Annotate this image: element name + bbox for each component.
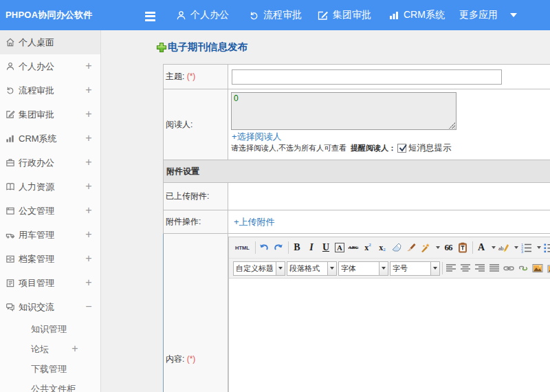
process-icon <box>6 85 15 96</box>
sms-checkbox[interactable] <box>397 144 406 153</box>
font-family-caret[interactable] <box>380 261 388 276</box>
quick-format-icon[interactable] <box>420 242 431 253</box>
sidebar-subitem-public-cabinet[interactable]: 公共文件柜 <box>0 379 100 392</box>
expand-toggle[interactable]: + <box>83 127 94 151</box>
archive-icon <box>6 254 15 264</box>
quick-format-caret[interactable] <box>434 242 441 253</box>
sidebar-item-project-mgmt[interactable]: 项目管理 + <box>0 271 100 295</box>
sidebar-item-crm[interactable]: CRM系统 + <box>0 127 100 151</box>
expand-toggle[interactable]: + <box>69 339 80 359</box>
sidebar-item-process-approval[interactable]: 流程审批 + <box>0 78 100 102</box>
font-family-dropdown[interactable]: 字体 <box>338 261 380 276</box>
nav-label: 更多应用 <box>459 9 498 21</box>
link-icon[interactable] <box>503 263 514 274</box>
remove-format-icon[interactable]: A <box>335 243 344 252</box>
eraser-icon[interactable] <box>391 242 402 253</box>
font-color-icon[interactable]: A <box>476 242 487 253</box>
custom-heading-dropdown[interactable]: 自定义标题 <box>233 261 276 276</box>
font-size-dropdown[interactable]: 字号 <box>390 261 431 276</box>
bold-icon[interactable]: B <box>292 242 302 253</box>
caret-down-icon[interactable] <box>510 13 517 17</box>
process-icon <box>249 10 259 21</box>
paste-text-icon[interactable] <box>457 242 468 253</box>
format-brush-icon[interactable] <box>406 242 417 253</box>
blockquote-icon[interactable]: 66 <box>443 242 454 253</box>
nav-crm-system[interactable]: CRM系统 <box>388 0 445 30</box>
home-icon <box>6 37 15 47</box>
resize-grip[interactable] <box>449 122 455 129</box>
sidebar-item-vehicle-mgmt[interactable]: 用车管理 + <box>0 223 100 247</box>
paragraph-format-dropdown[interactable]: 段落格式 <box>287 261 328 276</box>
underline-icon[interactable]: U <box>320 242 331 253</box>
custom-heading-caret[interactable] <box>276 261 285 276</box>
nav-personal-office[interactable]: 个人办公 <box>176 0 229 30</box>
superscript-icon[interactable]: x2 <box>362 242 373 253</box>
expand-toggle[interactable]: + <box>83 175 94 199</box>
unordered-list-icon[interactable] <box>544 242 550 253</box>
readers-textarea[interactable]: 0 <box>231 92 456 130</box>
subject-row: 主题: (*) <box>164 65 550 89</box>
document-icon <box>6 206 15 216</box>
italic-icon[interactable]: I <box>306 242 317 253</box>
sidebar-subitem-forum[interactable]: 论坛 + <box>0 339 100 359</box>
sidebar-item-document-mgmt[interactable]: 公文管理 + <box>0 199 100 223</box>
paragraph-format-caret[interactable] <box>328 261 337 276</box>
editor-toolbar-row2: 自定义标题 段落格式 字体 字号 <box>229 259 550 279</box>
sidebar-item-hr[interactable]: 人力资源 + <box>0 175 100 199</box>
expand-toggle[interactable]: + <box>83 223 94 247</box>
nav-group-approval[interactable]: 集团审批 <box>318 0 371 30</box>
sidebar-item-group-approval[interactable]: 集团审批 + <box>0 102 100 127</box>
font-size-caret[interactable] <box>431 261 440 276</box>
align-justify-icon[interactable] <box>489 263 500 274</box>
uploaded-label: 已上传附件: <box>164 183 228 210</box>
unlink-icon[interactable] <box>518 263 529 274</box>
subject-label: 主题: (*) <box>164 65 228 89</box>
align-right-icon[interactable] <box>474 263 485 274</box>
car-icon <box>6 230 15 240</box>
html-source-button[interactable]: HTML <box>233 242 252 253</box>
sidebar-item-personal-office[interactable]: 个人办公 + <box>0 54 100 78</box>
expand-toggle[interactable]: + <box>83 78 94 102</box>
nav-process-approval[interactable]: 流程审批 <box>249 0 302 30</box>
ordered-list-icon[interactable]: 123 <box>521 242 532 253</box>
remind-readers-label: 提醒阅读人： <box>351 143 396 153</box>
pick-readers-link[interactable]: +选择阅读人 <box>232 131 550 142</box>
collapse-toggle[interactable]: − <box>83 295 94 319</box>
svg-text:ab: ab <box>498 246 504 252</box>
sidebar-item-personal-desktop[interactable]: 个人桌面 <box>0 30 100 54</box>
svg-text:3: 3 <box>521 250 523 254</box>
undo-icon[interactable] <box>258 242 270 253</box>
subject-input[interactable] <box>232 69 502 85</box>
nav-label: 个人办公 <box>190 9 229 21</box>
expand-toggle[interactable]: + <box>83 102 94 127</box>
sidebar-subitem-download-mgmt[interactable]: 下载管理 <box>0 359 100 379</box>
hamburger-menu-icon[interactable] <box>145 12 155 22</box>
editor-toolbar-row1: HTML B I U A ABC x2 x2 <box>229 237 550 259</box>
sidebar-item-archive-mgmt[interactable]: 档案管理 + <box>0 247 100 271</box>
uploaded-attachments-row: 已上传附件: <box>164 183 550 210</box>
align-left-icon[interactable] <box>446 263 456 274</box>
sidebar-item-admin-office[interactable]: 行政办公 + <box>0 151 100 175</box>
expand-toggle[interactable]: + <box>83 247 94 271</box>
expand-toggle[interactable]: + <box>83 271 94 295</box>
highlight-color-caret[interactable] <box>513 242 519 253</box>
redo-icon[interactable] <box>273 242 284 253</box>
expand-toggle[interactable]: + <box>83 151 94 175</box>
sidebar-subitem-knowledge-mgmt[interactable]: 知识管理 <box>0 319 100 339</box>
subscript-icon[interactable]: x2 <box>377 242 388 253</box>
font-color-caret[interactable] <box>490 242 496 253</box>
align-center-icon[interactable] <box>460 263 471 274</box>
image-icon[interactable] <box>532 263 543 274</box>
readers-label: 阅读人: <box>164 89 228 160</box>
editor-content-area[interactable] <box>229 279 550 392</box>
expand-toggle[interactable]: + <box>83 199 94 223</box>
highlight-color-icon[interactable]: ab <box>498 242 509 253</box>
briefcase-icon <box>6 157 15 168</box>
ordered-list-caret[interactable] <box>536 242 542 253</box>
strikethrough-icon[interactable]: ABC <box>348 242 359 253</box>
expand-toggle[interactable]: + <box>83 54 94 78</box>
sidebar-item-knowledge-exchange[interactable]: 知识交流 − <box>0 295 100 319</box>
nav-more-apps[interactable]: 更多应用 <box>459 0 498 30</box>
upload-attachment-link[interactable]: +上传附件 <box>234 217 275 227</box>
multi-image-icon[interactable] <box>547 263 550 274</box>
